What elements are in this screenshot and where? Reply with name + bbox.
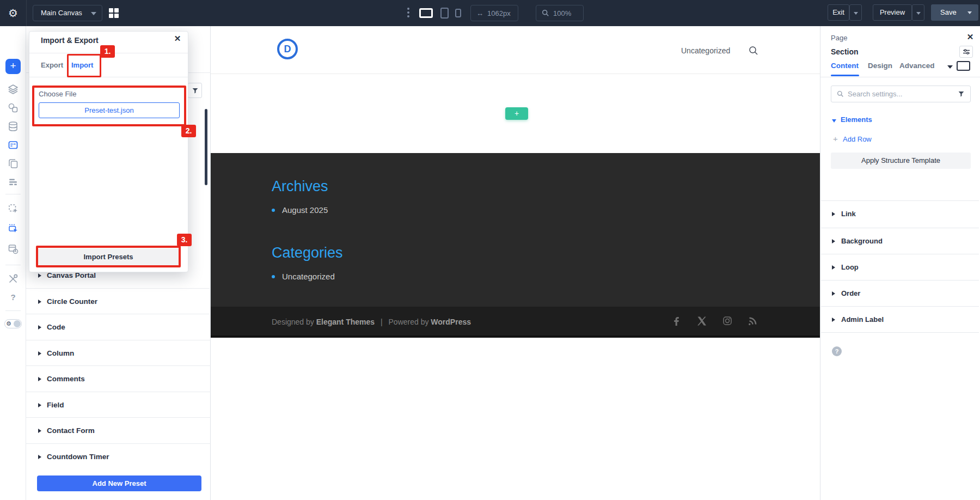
magnifier-icon <box>837 90 844 97</box>
sidebar-divider <box>5 265 21 265</box>
presets-panel-icon[interactable] <box>7 139 19 151</box>
site-logo[interactable]: D <box>277 39 298 59</box>
tab-advanced[interactable]: Advanced <box>899 62 935 70</box>
panel-divider <box>821 332 979 333</box>
tab-design[interactable]: Design <box>868 62 892 70</box>
magnifier-icon <box>542 9 549 17</box>
funnel-icon[interactable] <box>958 90 965 97</box>
import-presets-button[interactable]: Import Presets <box>38 248 179 265</box>
help-icon[interactable]: ? <box>7 291 19 303</box>
accordion-link[interactable]: Link <box>820 201 980 227</box>
gear-icon[interactable]: ⚙ <box>6 6 20 20</box>
database-icon[interactable] <box>7 120 19 132</box>
preset-item-code[interactable]: Code <box>26 314 211 340</box>
caret-right-icon <box>38 300 41 304</box>
top-toolbar: ⚙ Main Canvas ↔ 1062px 100% Exit Preview… <box>0 0 980 26</box>
add-section-button[interactable]: + <box>505 107 528 120</box>
site-search-icon[interactable] <box>749 46 758 56</box>
footer-platform-link[interactable]: WordPress <box>431 318 471 326</box>
add-module-button[interactable]: + <box>5 59 21 74</box>
canvas-width-field[interactable]: ↔ 1062px <box>470 5 518 21</box>
funnel-icon <box>192 87 199 94</box>
filter-button[interactable] <box>188 83 202 98</box>
caret-right-icon <box>38 273 41 278</box>
x-twitter-icon[interactable] <box>697 316 707 326</box>
footer-designer-link[interactable]: Elegant Themes <box>316 318 375 326</box>
section-label: Section <box>831 47 859 56</box>
tab-content[interactable]: Content <box>831 62 859 70</box>
zoom-level-field[interactable]: 100% <box>536 5 584 21</box>
preset-item-countdown-timer[interactable]: Countdown Timer <box>26 444 211 470</box>
toggle-knob <box>14 320 21 327</box>
add-new-preset-button[interactable]: Add New Preset <box>37 475 201 491</box>
archives-title[interactable]: Archives <box>272 178 328 195</box>
tab-import[interactable]: Import <box>71 61 93 69</box>
canvas-width-value: 1062px <box>487 9 511 17</box>
layers-icon[interactable] <box>7 83 19 95</box>
preset-item-circle-counter[interactable]: Circle Counter <box>26 289 211 315</box>
save-button[interactable]: Save <box>931 4 978 21</box>
section-preset-button[interactable] <box>959 46 973 58</box>
preset-item-column[interactable]: Column <box>26 340 211 367</box>
grid-view-icon[interactable] <box>109 8 119 18</box>
instagram-icon[interactable] <box>722 316 732 326</box>
database-history-icon[interactable] <box>7 243 19 255</box>
rss-icon[interactable] <box>748 316 758 326</box>
active-tab-underline <box>831 75 859 76</box>
preset-item-comments[interactable]: Comments <box>26 366 211 392</box>
tablet-view-icon[interactable] <box>440 8 449 19</box>
panel-divider <box>820 77 980 77</box>
choose-file-label: Choose File <box>39 90 76 98</box>
close-icon[interactable]: ✕ <box>173 34 182 43</box>
choose-file-button[interactable]: Preset-test.json <box>39 102 180 118</box>
save-label: Save <box>940 8 957 16</box>
categories-title[interactable]: Categories <box>272 245 343 261</box>
add-row-button[interactable]: Add Row <box>843 135 872 143</box>
zoom-level-value: 100% <box>553 9 571 17</box>
phone-view-icon[interactable] <box>455 9 461 17</box>
rows-list-icon[interactable] <box>7 176 19 188</box>
design-assets-icon[interactable] <box>7 102 19 114</box>
more-options-icon[interactable] <box>407 8 409 17</box>
desktop-view-icon[interactable] <box>419 8 433 18</box>
panel-scrollbar[interactable] <box>205 109 207 185</box>
preset-item-field[interactable]: Field <box>26 392 211 418</box>
select-element-active-icon[interactable] <box>7 222 19 234</box>
tab-export[interactable]: Export <box>41 61 63 69</box>
copy-pages-icon[interactable] <box>7 157 19 169</box>
accordion-loop[interactable]: Loop <box>820 254 980 281</box>
elements-header[interactable]: Elements <box>841 115 872 124</box>
desktop-preview-icon[interactable] <box>957 61 970 71</box>
tools-icon[interactable] <box>7 273 19 285</box>
settings-search-input[interactable] <box>848 90 954 98</box>
caret-down-icon[interactable] <box>832 119 836 123</box>
sidebar-divider <box>5 194 21 194</box>
exit-dropdown-button[interactable] <box>849 4 862 21</box>
nav-menu-item[interactable]: Uncategorized <box>681 46 730 55</box>
canvas-selector-dropdown[interactable]: Main Canvas <box>33 5 102 21</box>
annotation-badge-step2: 2. <box>181 125 196 137</box>
toolbar-divider <box>26 0 27 26</box>
settings-toggle[interactable]: ⚙ <box>4 319 22 328</box>
social-icons <box>671 316 758 326</box>
help-icon[interactable]: ? <box>832 346 842 356</box>
footer-credits: Designed by Elegant Themes | Powered by … <box>272 318 471 326</box>
close-icon[interactable]: ✕ <box>966 33 975 41</box>
preset-item-contact-form[interactable]: Contact Form <box>26 418 211 444</box>
site-dark-section: Archives August 2025 Categories Uncatego… <box>211 153 820 307</box>
preview-button[interactable]: Preview <box>873 4 912 21</box>
caret-right-icon <box>38 403 41 407</box>
chevron-down-icon <box>91 12 96 15</box>
chevron-down-icon <box>916 12 921 15</box>
archives-list-item[interactable]: August 2025 <box>272 205 328 215</box>
accordion-admin-label[interactable]: Admin Label <box>820 307 980 333</box>
exit-button[interactable]: Exit <box>828 4 849 21</box>
preview-dropdown-button[interactable] <box>912 4 924 21</box>
facebook-icon[interactable] <box>671 316 681 326</box>
accordion-order[interactable]: Order <box>820 281 980 307</box>
accordion-background[interactable]: Background <box>820 228 980 254</box>
select-element-icon[interactable] <box>7 203 19 215</box>
apply-structure-template-button[interactable]: Apply Structure Template <box>831 153 971 169</box>
categories-list-item[interactable]: Uncategorized <box>272 272 335 281</box>
chevron-down-icon[interactable] <box>947 65 953 69</box>
